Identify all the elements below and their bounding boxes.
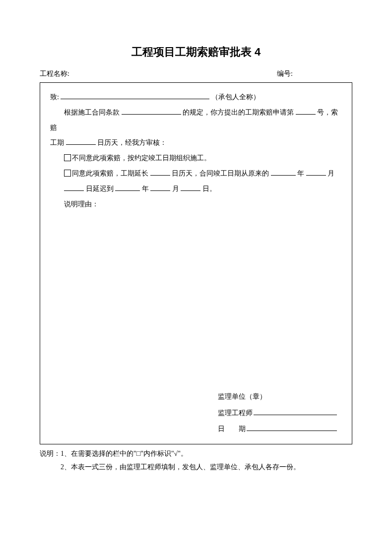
notes-line-2: 2、本表一式三份，由监理工程师填制，发包人、监理单位、承包人各存一份。 (40, 461, 352, 474)
date-blank[interactable] (247, 423, 337, 431)
checkbox-disagree-icon[interactable] (64, 154, 71, 161)
orig-year-blank[interactable] (271, 168, 296, 176)
p2-text-a: 工期 (50, 139, 64, 146)
new-year-blank[interactable] (115, 183, 140, 190)
checkbox-agree-icon[interactable] (64, 170, 71, 177)
paragraph-2: 工期 日历天，经我方审核： (50, 135, 342, 151)
orig-day-blank[interactable] (64, 183, 84, 190)
paragraph-1: 根据施工合同条款 的规定，你方提出的工期索赔申请第 号，索赔 (50, 105, 342, 136)
supervisor-engineer-label: 监理工程师 (218, 405, 253, 421)
opt3-text-d: 日。 (202, 185, 216, 192)
date-label: 日 期 (218, 421, 246, 437)
application-number-blank[interactable] (296, 107, 316, 114)
header-row: 工程名称: 编号: (40, 69, 352, 78)
p2-text-b: 日历天，经我方审核： (97, 139, 167, 146)
number-label: 编号: (277, 69, 352, 78)
opt2-text-d: 月 (327, 170, 334, 177)
notes-line-1: 说明：1、在需要选择的栏中的"□"内作标识"√"。 (40, 447, 352, 461)
opt2-text-b: 日历天，合同竣工日期从原来的 (172, 170, 269, 177)
to-blank[interactable] (61, 92, 209, 99)
addressee-line: 致: （承包人全称） (50, 90, 342, 105)
new-day-blank[interactable] (181, 183, 200, 190)
duration-days-blank[interactable] (66, 137, 96, 145)
option-agree-line2: 日延迟到 年 月 日。 (50, 182, 342, 197)
form-box: 致: （承包人全称） 根据施工合同条款 的规定，你方提出的工期索赔申请第 号，索… (40, 82, 352, 444)
opt2-text-c: 年 (297, 170, 304, 177)
p1-text-a: 根据施工合同条款 (64, 109, 120, 116)
to-label: 致: (50, 93, 59, 101)
orig-month-blank[interactable] (306, 168, 326, 176)
opt2-text-a: 同意此项索赔，工期延长 (72, 170, 148, 177)
notes: 说明：1、在需要选择的栏中的"□"内作标识"√"。 2、本表一式三份，由监理工程… (40, 447, 352, 474)
extend-days-blank[interactable] (150, 168, 170, 176)
new-month-blank[interactable] (150, 183, 170, 190)
option-disagree: 不同意此项索赔，按约定竣工日期组织施工。 (50, 151, 342, 166)
opt3-text-b: 年 (142, 185, 149, 192)
to-suffix: （承包人全称） (211, 93, 260, 101)
project-name-label: 工程名称: (40, 69, 69, 78)
engineer-sign-blank[interactable] (254, 407, 337, 415)
page-title: 工程项目工期索赔审批表 4 (40, 45, 352, 60)
reason-label: 说明理由： (50, 197, 342, 212)
p1-text-b: 的规定，你方提出的工期索赔申请第 (183, 109, 294, 116)
supervisor-unit-label: 监理单位（章） (218, 389, 266, 405)
signature-block: 监理单位（章） 监理工程师 日 期 (218, 389, 337, 437)
opt3-text-a: 日延迟到 (86, 185, 114, 192)
option-agree: 同意此项索赔，工期延长 日历天，合同竣工日期从原来的 年 月 (50, 166, 342, 182)
opt1-text: 不同意此项索赔，按约定竣工日期组织施工。 (72, 154, 211, 162)
opt3-text-c: 月 (172, 185, 179, 192)
clause-blank[interactable] (122, 107, 181, 114)
